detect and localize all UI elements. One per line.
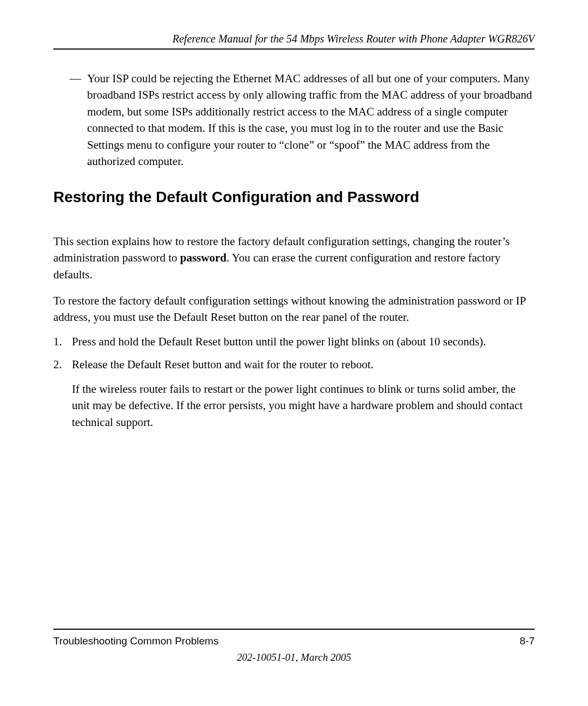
- footer-divider: [53, 629, 535, 630]
- paragraph-2: To restore the factory default configura…: [53, 293, 535, 326]
- bullet-marker: —: [70, 70, 87, 170]
- intro-paragraph: This section explains how to restore the…: [53, 233, 535, 283]
- step-2-note: If the wireless router fails to restart …: [72, 381, 535, 430]
- bullet-text: Your ISP could be rejecting the Ethernet…: [87, 70, 535, 170]
- page-footer: Troubleshooting Common Problems 8-7: [53, 629, 535, 647]
- bullet-item: — Your ISP could be rejecting the Ethern…: [53, 70, 535, 170]
- step-2: 2. Release the Default Reset button and …: [53, 356, 535, 373]
- step-number: 1.: [53, 333, 72, 350]
- running-header: Reference Manual for the 54 Mbps Wireles…: [53, 33, 535, 48]
- footer-section-title: Troubleshooting Common Problems: [53, 635, 218, 647]
- header-divider: [53, 48, 535, 50]
- step-1: 1. Press and hold the Default Reset butt…: [53, 333, 535, 350]
- intro-bold: password: [180, 251, 226, 264]
- step-text: Press and hold the Default Reset button …: [72, 333, 535, 350]
- step-number: 2.: [53, 356, 72, 373]
- footer-doc-id: 202-10051-01, March 2005: [53, 652, 535, 664]
- section-heading: Restoring the Default Configuration and …: [53, 188, 535, 206]
- step-text: Release the Default Reset button and wai…: [72, 356, 535, 373]
- page-number: 8-7: [520, 635, 535, 647]
